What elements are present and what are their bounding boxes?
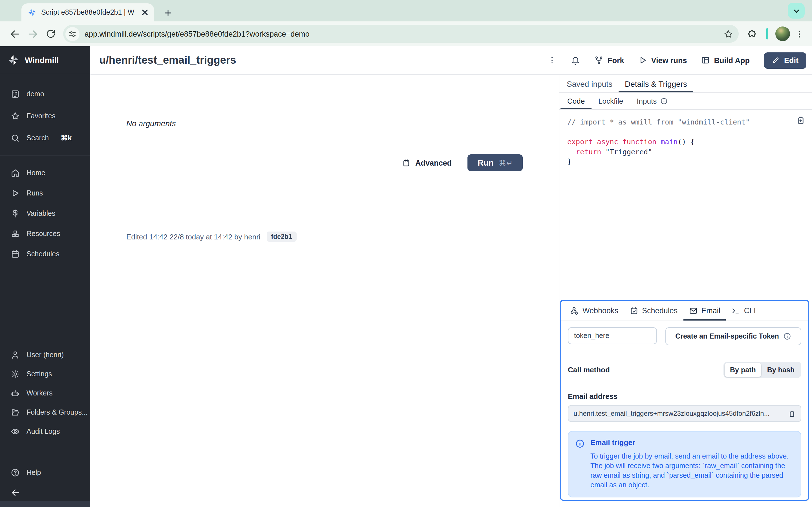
forward-button[interactable] xyxy=(24,25,42,43)
profile-avatar[interactable] xyxy=(775,26,790,41)
tab-search-chevron-button[interactable] xyxy=(788,3,805,18)
call-method-toggle: By path By hash xyxy=(723,362,801,378)
sidebar-item-user[interactable]: User (henri) xyxy=(0,345,90,364)
email-address-field[interactable]: u.henri.test_email_triggers+mrsw23zlouxg… xyxy=(568,405,801,422)
toolbar-divider xyxy=(766,28,768,40)
tab-webhooks[interactable]: Webhooks xyxy=(564,301,624,321)
browser-menu-icon[interactable] xyxy=(795,29,804,39)
sidebar-item-settings[interactable]: Settings xyxy=(0,364,90,384)
new-tab-icon[interactable] xyxy=(164,9,172,17)
dollar-icon xyxy=(11,209,20,218)
tab-title: Script e857be88e0fde2b1 | W xyxy=(41,8,136,16)
details-tab-bar: Saved inputs Details & Triggers xyxy=(559,75,812,93)
browser-tab[interactable]: Script e857be88e0fde2b1 | W xyxy=(21,3,154,21)
sidebar-item-label: Schedules xyxy=(27,250,59,258)
build-app-label: Build App xyxy=(714,56,750,64)
tab-close-icon[interactable] xyxy=(140,8,149,17)
tab-email[interactable]: Email xyxy=(683,301,726,321)
sidebar-item-favorites[interactable]: Favorites xyxy=(0,105,90,127)
reload-button[interactable] xyxy=(42,25,60,43)
run-label: Run xyxy=(477,158,493,167)
sidebar-item-folders-groups[interactable]: Folders & Groups... xyxy=(0,403,90,422)
sidebar-item-resources[interactable]: Resources xyxy=(0,224,90,244)
code-string: "Triggered" xyxy=(605,147,652,156)
sidebar: Windmill demo Favorites xyxy=(0,46,90,507)
windmill-app-screenshot: Script e857be88e0fde2b1 | W xyxy=(0,0,812,507)
sidebar-item-variables[interactable]: Variables xyxy=(0,203,90,224)
tab-schedules[interactable]: Schedules xyxy=(624,301,683,321)
calendar-icon xyxy=(11,249,20,259)
brand[interactable]: Windmill xyxy=(0,46,90,74)
code-return-keyword: return xyxy=(567,147,605,156)
code-keyword: export async function xyxy=(567,137,661,146)
sidebar-divider xyxy=(0,155,90,156)
create-email-token-button[interactable]: Create an Email-specific Token xyxy=(665,327,801,345)
extensions-button[interactable] xyxy=(743,25,761,43)
advanced-button[interactable]: Advanced xyxy=(402,159,452,167)
workspace: u/henri/test_email_triggers xyxy=(90,46,812,507)
token-input[interactable] xyxy=(568,327,657,344)
triggers-panel: Webhooks Schedules xyxy=(560,300,809,501)
tab-lockfile[interactable]: Lockfile xyxy=(592,93,630,109)
eye-icon xyxy=(11,427,20,436)
sidebar-item-workers[interactable]: Workers xyxy=(0,384,90,403)
run-shortcut: ⌘↵ xyxy=(499,158,513,167)
tab-details-triggers[interactable]: Details & Triggers xyxy=(619,75,693,93)
url-text[interactable]: app.windmill.dev/scripts/get/e857be88e0f… xyxy=(85,30,718,38)
sidebar-nav-group: Home Runs Variables xyxy=(0,163,90,264)
webhook-icon xyxy=(570,306,578,315)
windmill-favicon-icon xyxy=(28,8,37,17)
calendar-icon xyxy=(402,159,411,167)
tab-saved-inputs[interactable]: Saved inputs xyxy=(560,75,619,93)
by-hash-option[interactable]: By hash xyxy=(762,363,800,377)
terminal-icon xyxy=(732,306,740,315)
bookmark-star-icon[interactable] xyxy=(723,29,733,39)
copy-icon[interactable] xyxy=(787,409,796,418)
view-runs-button[interactable]: View runs xyxy=(638,56,687,65)
fork-button[interactable]: Fork xyxy=(595,56,624,65)
info-icon xyxy=(660,98,667,105)
build-app-button[interactable]: Build App xyxy=(701,56,750,65)
run-button[interactable]: Run ⌘↵ xyxy=(467,154,523,171)
sidebar-item-search[interactable]: Search ⌘k xyxy=(0,127,90,149)
email-trigger-body: Create an Email-specific Token Call meth… xyxy=(561,321,808,500)
sidebar-item-label: Favorites xyxy=(27,112,56,120)
call-method-row: Call method By path By hash xyxy=(568,362,801,378)
by-path-option[interactable]: By path xyxy=(724,363,762,377)
tab-code[interactable]: Code xyxy=(560,93,592,109)
sidebar-item-audit-logs[interactable]: Audit Logs xyxy=(0,422,90,441)
tab-cli[interactable]: CLI xyxy=(726,301,762,321)
browser-tab-strip: Script e857be88e0fde2b1 | W xyxy=(0,0,812,21)
info-icon xyxy=(575,439,585,448)
puzzle-icon xyxy=(747,29,757,39)
sidebar-item-runs[interactable]: Runs xyxy=(0,183,90,203)
email-address-label: Email address xyxy=(568,392,801,400)
tab-inputs[interactable]: Inputs xyxy=(630,93,674,109)
sidebar-collapse-button[interactable] xyxy=(0,483,90,501)
site-settings-button[interactable] xyxy=(65,27,80,41)
more-menu-icon[interactable] xyxy=(548,56,557,65)
email-trigger-info-box: Email trigger To trigger the job by emai… xyxy=(568,431,801,497)
sidebar-item-label: Resources xyxy=(27,230,60,238)
edited-text: Edited 14:42 22/8 today at 14:42 by henr… xyxy=(126,232,260,241)
bell-icon[interactable] xyxy=(571,55,580,65)
code-function-name: main xyxy=(661,137,677,146)
version-hash-badge[interactable]: fde2b1 xyxy=(267,231,297,242)
user-icon xyxy=(11,350,20,359)
fork-label: Fork xyxy=(608,56,624,64)
app-frame: Windmill demo Favorites xyxy=(0,46,812,507)
run-form-area: No arguments Advanced Run ⌘↵ xyxy=(90,75,559,507)
url-bar[interactable]: app.windmill.dev/scripts/get/e857be88e0f… xyxy=(63,25,739,43)
edit-button[interactable]: Edit xyxy=(764,52,806,68)
tab-inputs-label: Inputs xyxy=(637,97,657,105)
pencil-icon xyxy=(772,56,779,64)
copy-code-icon[interactable] xyxy=(796,115,805,125)
trigger-tab-bar: Webhooks Schedules xyxy=(561,301,808,321)
sidebar-item-workspace-demo[interactable]: demo xyxy=(0,83,90,105)
back-button[interactable] xyxy=(6,25,24,43)
sidebar-item-home[interactable]: Home xyxy=(0,163,90,183)
call-method-label: Call method xyxy=(568,365,610,374)
sidebar-item-schedules[interactable]: Schedules xyxy=(0,244,90,264)
arrow-right-icon xyxy=(28,29,38,39)
sidebar-item-help[interactable]: Help xyxy=(0,461,90,483)
